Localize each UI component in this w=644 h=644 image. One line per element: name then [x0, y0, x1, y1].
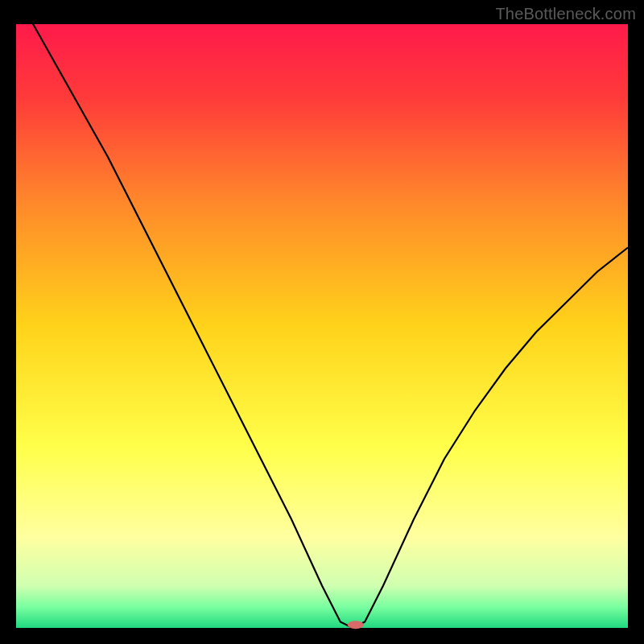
plot-area-gradient [16, 24, 628, 628]
chart-container: TheBottleneck.com [0, 0, 644, 644]
bottleneck-chart [0, 0, 644, 644]
watermark-text: TheBottleneck.com [495, 5, 636, 23]
optimal-point-marker [348, 621, 364, 629]
